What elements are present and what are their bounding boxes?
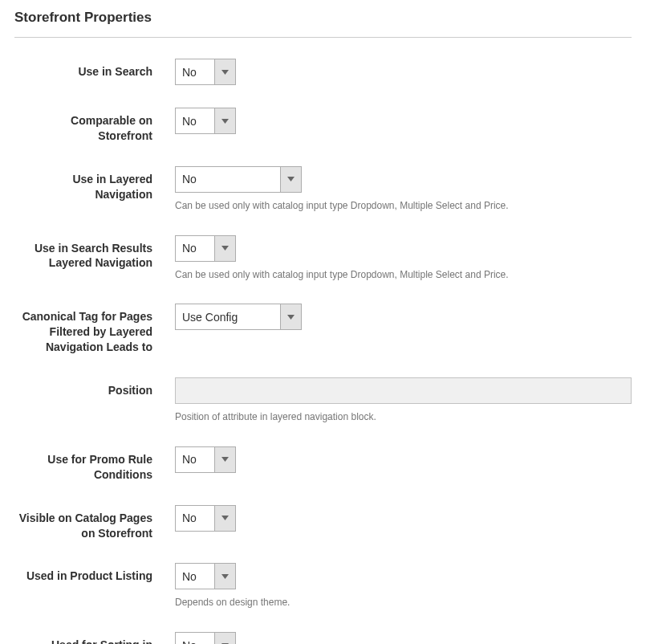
chevron-down-icon	[280, 167, 301, 192]
select-promo-rule[interactable]: No	[175, 446, 236, 473]
select-canonical-tag[interactable]: Use Config	[175, 304, 302, 330]
select-product-listing[interactable]: No	[175, 563, 236, 589]
label-visible-catalog: Visible on Catalog Pages on Storefront	[14, 505, 175, 541]
select-value: No	[176, 236, 214, 261]
field-position: Position Position of attribute in layere…	[14, 377, 632, 424]
field-use-in-search: Use in Search No	[14, 59, 632, 85]
label-promo-rule: Use for Promo Rule Conditions	[14, 446, 175, 483]
select-value: No	[176, 167, 280, 192]
field-sorting-listing: Used for Sorting in Product Listing No D…	[14, 632, 632, 644]
field-comparable: Comparable on Storefront No	[14, 108, 632, 144]
select-value: No	[176, 506, 214, 531]
label-layered-nav: Use in Layered Navigation	[14, 166, 175, 202]
label-use-in-search: Use in Search	[14, 59, 175, 79]
field-layered-nav: Use in Layered Navigation No Can be used…	[14, 166, 632, 213]
label-product-listing: Used in Product Listing	[14, 563, 175, 584]
field-product-listing: Used in Product Listing No Depends on de…	[14, 563, 632, 609]
section-title: Storefront Properties	[14, 0, 632, 38]
select-search-results-layered[interactable]: No	[175, 235, 236, 262]
label-comparable: Comparable on Storefront	[14, 108, 175, 144]
select-use-in-search[interactable]: No	[175, 59, 236, 85]
field-visible-catalog: Visible on Catalog Pages on Storefront N…	[14, 505, 632, 541]
label-sorting-listing: Used for Sorting in Product Listing	[14, 632, 175, 644]
help-product-listing: Depends on design theme.	[175, 596, 632, 609]
select-comparable[interactable]: No	[175, 108, 236, 134]
input-position[interactable]	[175, 377, 632, 404]
help-search-results-layered: Can be used only with catalog input type…	[175, 268, 632, 282]
field-search-results-layered: Use in Search Results Layered Navigation…	[14, 235, 632, 282]
select-value: No	[176, 59, 214, 84]
help-layered-nav: Can be used only with catalog input type…	[175, 199, 632, 213]
chevron-down-icon	[214, 236, 235, 261]
chevron-down-icon	[214, 447, 235, 472]
chevron-down-icon	[214, 633, 235, 644]
chevron-down-icon	[214, 59, 235, 84]
select-value: No	[176, 447, 214, 472]
select-sorting-listing[interactable]: No	[175, 632, 236, 644]
select-visible-catalog[interactable]: No	[175, 505, 236, 532]
chevron-down-icon	[214, 564, 235, 589]
label-canonical-tag: Canonical Tag for Pages Filtered by Laye…	[14, 304, 175, 355]
chevron-down-icon	[214, 506, 235, 531]
select-value: Use Config	[176, 304, 280, 329]
help-position: Position of attribute in layered navigat…	[175, 410, 632, 424]
label-position: Position	[14, 377, 175, 398]
chevron-down-icon	[214, 108, 235, 133]
chevron-down-icon	[280, 304, 301, 329]
select-value: No	[176, 633, 214, 644]
select-layered-nav[interactable]: No	[175, 166, 302, 193]
select-value: No	[176, 108, 214, 133]
label-search-results-layered: Use in Search Results Layered Navigation	[14, 235, 175, 271]
field-promo-rule: Use for Promo Rule Conditions No	[14, 446, 632, 483]
field-canonical-tag: Canonical Tag for Pages Filtered by Laye…	[14, 304, 632, 355]
select-value: No	[176, 564, 214, 589]
